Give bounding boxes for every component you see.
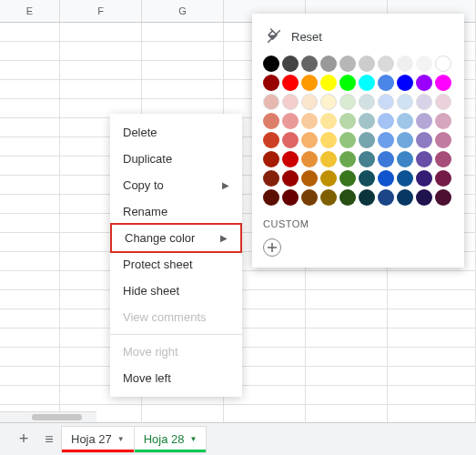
cell[interactable] (0, 329, 60, 347)
cell[interactable] (388, 329, 476, 347)
color-swatch[interactable] (397, 170, 413, 187)
color-swatch[interactable] (416, 113, 432, 129)
color-swatch[interactable] (359, 75, 375, 91)
color-swatch[interactable] (359, 56, 375, 72)
cell[interactable] (142, 23, 224, 41)
cell[interactable] (306, 367, 388, 385)
color-swatch[interactable] (282, 94, 299, 110)
color-swatch[interactable] (339, 151, 356, 167)
color-swatch[interactable] (301, 56, 318, 72)
add-custom-color-button[interactable] (263, 238, 281, 257)
cell[interactable] (388, 348, 476, 366)
cell[interactable] (388, 309, 476, 328)
color-swatch[interactable] (435, 75, 451, 91)
menu-item-protect-sheet[interactable]: Protect sheet (110, 251, 242, 278)
color-swatch[interactable] (359, 151, 375, 167)
chevron-down-icon[interactable]: ▼ (117, 435, 125, 443)
cell[interactable] (142, 61, 224, 79)
cell[interactable] (306, 348, 388, 366)
column-header[interactable]: F (60, 0, 142, 22)
cell[interactable] (388, 405, 476, 423)
color-swatch[interactable] (282, 132, 299, 148)
color-swatch[interactable] (435, 170, 451, 187)
cell[interactable] (142, 80, 224, 98)
menu-item-duplicate[interactable]: Duplicate (110, 146, 242, 172)
cell[interactable] (0, 195, 60, 213)
menu-item-delete[interactable]: Delete (110, 119, 242, 146)
color-swatch[interactable] (339, 170, 356, 187)
color-swatch[interactable] (378, 132, 394, 148)
color-swatch[interactable] (339, 132, 356, 148)
color-swatch[interactable] (263, 170, 279, 187)
cell[interactable] (0, 137, 60, 156)
cell[interactable] (306, 329, 388, 347)
color-swatch[interactable] (339, 189, 356, 206)
column-header[interactable]: G (142, 0, 224, 22)
color-swatch[interactable] (301, 132, 318, 148)
color-swatch[interactable] (282, 170, 299, 187)
cell[interactable] (60, 42, 142, 60)
color-swatch[interactable] (397, 132, 413, 148)
color-swatch[interactable] (397, 56, 413, 72)
color-swatch[interactable] (301, 94, 318, 110)
color-swatch[interactable] (397, 75, 413, 91)
color-swatch[interactable] (416, 94, 432, 110)
color-swatch[interactable] (416, 56, 432, 72)
color-swatch[interactable] (435, 189, 451, 206)
color-swatch[interactable] (378, 170, 394, 187)
color-swatch[interactable] (378, 189, 394, 206)
cell[interactable] (0, 23, 60, 41)
color-swatch[interactable] (416, 75, 432, 91)
color-swatch[interactable] (378, 151, 394, 167)
cell[interactable] (142, 42, 224, 60)
horizontal-scrollbar[interactable] (0, 411, 96, 422)
sheet-tab-hoja-27[interactable]: Hoja 27▼ (61, 426, 135, 453)
cell[interactable] (0, 252, 60, 270)
cell[interactable] (306, 405, 388, 423)
color-swatch[interactable] (320, 170, 337, 187)
cell[interactable] (0, 61, 60, 79)
sheet-tab-hoja-28[interactable]: Hoja 28▼ (134, 426, 208, 453)
color-swatch[interactable] (263, 151, 279, 167)
color-swatch[interactable] (416, 189, 432, 206)
cell[interactable] (0, 367, 60, 385)
cell[interactable] (0, 271, 60, 289)
color-swatch[interactable] (359, 170, 375, 187)
all-sheets-button[interactable]: ≡ (36, 427, 62, 452)
color-swatch[interactable] (301, 151, 318, 167)
color-swatch[interactable] (263, 56, 279, 72)
color-swatch[interactable] (339, 113, 356, 129)
color-swatch[interactable] (282, 113, 299, 129)
color-swatch[interactable] (378, 56, 394, 72)
color-swatch[interactable] (359, 189, 375, 206)
menu-item-hide-sheet[interactable]: Hide sheet (110, 278, 242, 304)
cell[interactable] (60, 23, 142, 41)
menu-item-rename[interactable]: Rename (110, 198, 242, 225)
chevron-down-icon[interactable]: ▼ (190, 435, 197, 443)
column-header[interactable]: E (0, 0, 60, 22)
color-swatch[interactable] (359, 132, 375, 148)
color-swatch[interactable] (320, 189, 337, 206)
cell[interactable] (0, 176, 60, 194)
color-swatch[interactable] (359, 113, 375, 129)
color-swatch[interactable] (282, 189, 299, 206)
cell[interactable] (306, 309, 388, 328)
cell[interactable] (306, 271, 388, 289)
color-swatch[interactable] (263, 189, 279, 206)
cell[interactable] (0, 233, 60, 251)
cell[interactable] (60, 80, 142, 98)
color-swatch[interactable] (263, 132, 279, 148)
reset-button[interactable]: Reset (263, 25, 453, 56)
color-swatch[interactable] (435, 94, 451, 110)
color-swatch[interactable] (282, 56, 299, 72)
cell[interactable] (0, 99, 60, 117)
color-swatch[interactable] (435, 56, 451, 72)
cell[interactable] (142, 405, 224, 423)
color-swatch[interactable] (320, 75, 337, 91)
color-swatch[interactable] (339, 56, 356, 72)
color-swatch[interactable] (282, 151, 299, 167)
color-swatch[interactable] (397, 94, 413, 110)
add-sheet-button[interactable]: + (11, 427, 36, 452)
color-swatch[interactable] (435, 132, 451, 148)
color-swatch[interactable] (397, 189, 413, 206)
